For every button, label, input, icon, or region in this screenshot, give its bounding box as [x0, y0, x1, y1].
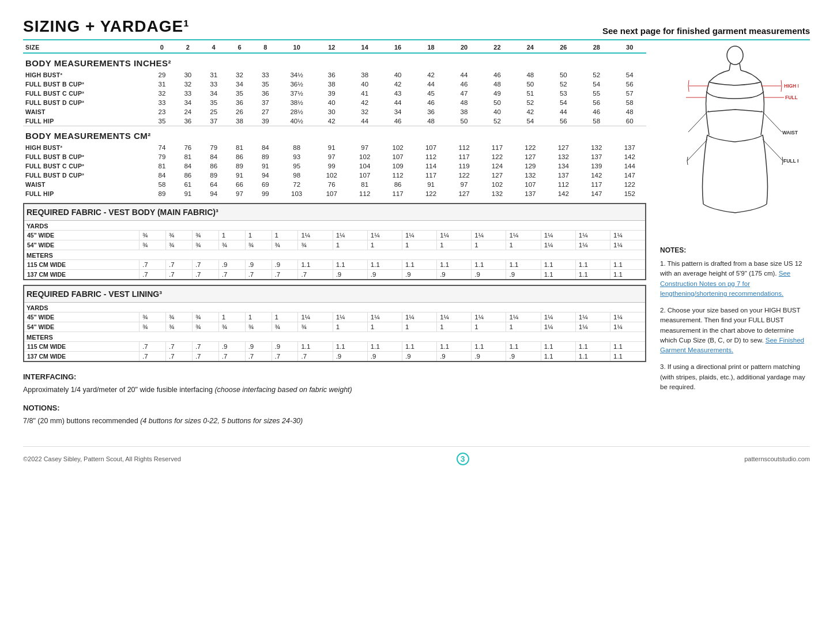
interfacing-text: Approximately 1/4 yard/meter of 20" wide… [23, 385, 646, 396]
row-label: FULL BUST B CUP² [23, 80, 149, 89]
vest-lining-meters-label: METERS [24, 332, 646, 342]
svg-text:HIGH BUST: HIGH BUST [784, 83, 798, 89]
row-label: FULL BUST D CUP² [23, 98, 149, 107]
row-label: WAIST [23, 107, 149, 116]
vest-lining-137-row: 137 CM WIDE .7.7.7.7.7.7.7.9.9.9.9.9.91.… [24, 352, 646, 362]
notes-section: NOTES: 1. This pattern is drafted from a… [660, 246, 810, 392]
row-label: FULL BUST B CUP² [23, 152, 149, 161]
vest-body-45-row: 45" WIDE ¾¾¾1111¼1¼1¼1¼1¼1¼1¼1¼1¼1¼ [24, 231, 646, 240]
row-label: FULL BUST C CUP² [23, 89, 149, 98]
body-inches-data-row: WAIST232425262728½30323436384042444648 [23, 107, 646, 116]
row-label: FULL HIP [23, 116, 149, 126]
vest-lining-115-row: 115 CM WIDE .7.7.7.9.9.91.11.11.11.11.11… [24, 342, 646, 352]
svg-point-0 [727, 46, 743, 65]
sizing-table: SIZE 0 2 4 6 8 10 12 14 16 18 20 22 24 [23, 43, 646, 198]
note-1-number: 1. [660, 260, 668, 267]
body-inches-data-row: FULL BUST B CUP²313233343536½38404244464… [23, 80, 646, 89]
note-3-number: 3. [660, 363, 668, 370]
body-inches-title: BODY MEASUREMENTS INCHES² [23, 53, 646, 70]
svg-line-2 [740, 63, 741, 70]
size-12: 12 [315, 43, 348, 53]
body-inches-data-row: HIGH BUST²293031323334½36384042444648505… [23, 70, 646, 80]
size-8: 8 [252, 43, 278, 53]
main-content: SIZE 0 2 4 6 8 10 12 14 16 18 20 22 24 [23, 43, 810, 435]
row-label: FULL BUST D CUP² [23, 171, 149, 180]
size-14: 14 [348, 43, 381, 53]
interfacing-label: INTERFACING: [23, 372, 646, 381]
row-label: HIGH BUST² [23, 70, 149, 80]
vest-body-meters-header: METERS [24, 250, 646, 260]
svg-line-9 [688, 111, 708, 132]
fabric-sections: REQUIRED FABRIC - VEST BODY (MAIN FABRIC… [23, 203, 646, 362]
size-30: 30 [613, 43, 646, 53]
body-cm-title: BODY MEASUREMENTS CM² [23, 126, 646, 144]
footer-copyright: ©2022 Casey Sibley, Pattern Scout, All R… [23, 455, 181, 462]
size-col-header: SIZE [23, 43, 149, 53]
body-diagram: HIGH BUST FULL BUST WAIST FULL HIP [672, 43, 798, 240]
bottom-section: INTERFACING: Approximately 1/4 yard/mete… [23, 372, 646, 427]
body-cm-data-row: WAIST58616466697276818691971021071121171… [23, 180, 646, 189]
vest-lining-yards-header: YARDS [24, 303, 646, 312]
notions-text-italic: (4 buttons for sizes 0-22, 5 buttons for… [140, 417, 303, 425]
vest-body-115-row: 115 CM WIDE .7.7.7.9.9.91.11.11.11.11.11… [24, 260, 646, 270]
row-label: FULL BUST C CUP² [23, 161, 149, 171]
svg-text:FULL HIP: FULL HIP [783, 158, 798, 164]
right-column: HIGH BUST FULL BUST WAIST FULL HIP [660, 43, 810, 435]
svg-line-10 [762, 111, 782, 132]
vest-lining-54-row: 54" WIDE ¾¾¾¾¾¾¾1111111¼1¼1¼ [24, 322, 646, 332]
body-inches-data-row: FULL BUST D CUP²333435363738½40424446485… [23, 98, 646, 107]
vest-lining-table: REQUIRED FABRIC - VEST LINING³ YARDS 45"… [23, 285, 646, 362]
note-3-text: If using a directional print or pattern … [660, 363, 805, 390]
size-10: 10 [278, 43, 315, 53]
size-4: 4 [201, 43, 227, 53]
notions-text-main: 7/8" (20 mm) buttons recommended [23, 417, 140, 425]
body-inches-data-row: FULL BUST C CUP²323334353637½39414345474… [23, 89, 646, 98]
body-inches-header: BODY MEASUREMENTS INCHES² [23, 53, 646, 70]
vest-body-yards-header: YARDS [24, 221, 646, 231]
vest-lining-title-row: REQUIRED FABRIC - VEST LINING³ [24, 285, 646, 303]
page: SIZING + YARDAGE¹ See next page for fini… [0, 0, 833, 477]
body-cm-data-row: FULL BUST D CUP²848689919498102107112117… [23, 171, 646, 180]
size-2: 2 [175, 43, 201, 53]
interfacing-text-italic: (choose interfacing based on fabric weig… [214, 386, 352, 394]
footer: ©2022 Casey Sibley, Pattern Scout, All R… [23, 446, 810, 465]
svg-text:WAIST: WAIST [782, 130, 798, 135]
vest-lining-45-row: 45" WIDE ¾¾¾1111¼1¼1¼1¼1¼1¼1¼1¼1¼1¼ [24, 312, 646, 322]
vest-body-meters-label: METERS [24, 250, 646, 260]
row-label: HIGH BUST² [23, 143, 149, 152]
vest-body-title: REQUIRED FABRIC - VEST BODY (MAIN FABRIC… [24, 204, 646, 221]
body-inches-data-row: FULL HIP353637383940½4244464850525456586… [23, 116, 646, 126]
body-cm-data-row: HIGH BUST²747679818488919710210711211712… [23, 143, 646, 152]
notions-label: NOTIONS: [23, 404, 646, 412]
size-6: 6 [227, 43, 252, 53]
size-0: 0 [149, 43, 175, 53]
size-header-row: SIZE 0 2 4 6 8 10 12 14 16 18 20 22 24 [23, 43, 646, 53]
page-subtitle: See next page for finished garment measu… [602, 26, 810, 36]
body-diagram-svg: HIGH BUST FULL BUST WAIST FULL HIP [672, 43, 798, 239]
body-cm-data-row: FULL HIP89919497991031071121171221271321… [23, 189, 646, 198]
vest-lining-yards-label: YARDS [24, 303, 646, 312]
note-1: 1. This pattern is drafted from a base s… [660, 259, 810, 299]
vest-body-yards-label: YARDS [24, 221, 646, 231]
notions-text: 7/8" (20 mm) buttons recommended (4 butt… [23, 416, 646, 427]
body-cm-data-row: FULL BUST B CUP²798184868993971021071121… [23, 152, 646, 161]
svg-text:FULL BUST: FULL BUST [785, 95, 798, 100]
vest-lining-meters-header: METERS [24, 332, 646, 342]
size-26: 26 [547, 43, 580, 53]
interfacing-text-main: Approximately 1/4 yard/meter of 20" wide… [23, 386, 214, 394]
interfacing-section: INTERFACING: Approximately 1/4 yard/mete… [23, 372, 646, 396]
notions-section: NOTIONS: 7/8" (20 mm) buttons recommende… [23, 404, 646, 427]
vest-body-table: REQUIRED FABRIC - VEST BODY (MAIN FABRIC… [23, 203, 646, 280]
size-24: 24 [514, 43, 546, 53]
body-cm-data-row: FULL BUST C CUP²818486899195991041091141… [23, 161, 646, 171]
page-title: SIZING + YARDAGE¹ [23, 17, 190, 36]
footer-website: patternscoutstudio.com [744, 455, 810, 462]
size-18: 18 [414, 43, 447, 53]
row-label: FULL HIP [23, 189, 149, 198]
footer-page-number: 3 [457, 453, 469, 465]
note-2: 2. Choose your size based on your HIGH B… [660, 306, 810, 355]
size-20: 20 [447, 43, 480, 53]
size-28: 28 [580, 43, 613, 53]
vest-body-54-row: 54" WIDE ¾¾¾¾¾¾¾1111111¼1¼1¼ [24, 240, 646, 250]
left-column: SIZE 0 2 4 6 8 10 12 14 16 18 20 22 24 [23, 43, 646, 435]
